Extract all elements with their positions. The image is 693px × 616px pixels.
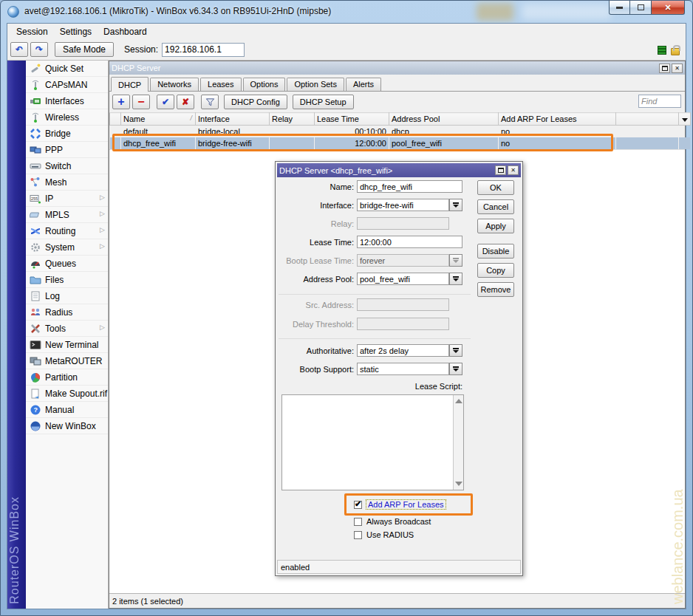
src-address-field[interactable] bbox=[357, 298, 449, 311]
enable-button[interactable]: ✔ bbox=[157, 95, 174, 109]
relay-field[interactable] bbox=[357, 217, 449, 230]
authoritative-field[interactable] bbox=[357, 344, 449, 357]
always-broadcast-checkbox-label[interactable]: Always Broadcast bbox=[366, 517, 431, 526]
session-input[interactable] bbox=[162, 43, 245, 57]
sidebar-item-interfaces[interactable]: Interfaces bbox=[26, 93, 108, 109]
copy-button[interactable]: Copy bbox=[477, 263, 514, 278]
column-header-lease-time[interactable]: Lease Time bbox=[315, 113, 389, 126]
address-pool-dropdown-button[interactable] bbox=[449, 273, 462, 285]
sidebar-item-new-winbox[interactable]: New WinBox bbox=[26, 418, 108, 434]
bootp-lease-time-dropdown-button[interactable] bbox=[449, 254, 462, 267]
sidebar-item-mesh[interactable]: Mesh bbox=[26, 174, 108, 191]
delay-threshold-field[interactable] bbox=[357, 318, 449, 330]
sidebar-item-tools[interactable]: Tools ▷ bbox=[26, 321, 108, 337]
use-radius-checkbox[interactable] bbox=[354, 531, 362, 539]
sidebar-item-make-supout[interactable]: Make Supout.rif bbox=[26, 386, 108, 402]
dhcp-close-button[interactable]: ✕ bbox=[672, 64, 683, 73]
dhcp-window-titlebar[interactable]: DHCP Server ✕ bbox=[109, 61, 685, 75]
minimize-button[interactable] bbox=[609, 1, 630, 15]
sidebar-item-system[interactable]: System ▷ bbox=[26, 239, 108, 256]
dhcp-restore-button[interactable] bbox=[659, 64, 670, 73]
bootp-lease-time-field[interactable] bbox=[357, 254, 449, 267]
use-radius-checkbox-row[interactable]: Use RADIUS bbox=[354, 530, 414, 540]
always-broadcast-checkbox-row[interactable]: Always Broadcast bbox=[354, 516, 431, 527]
bootp-support-field[interactable] bbox=[357, 363, 449, 375]
close-button[interactable]: ✕ bbox=[651, 1, 685, 15]
sidebar-item-ppp[interactable]: PPP bbox=[26, 142, 108, 158]
dhcp-config-button[interactable]: DHCP Config bbox=[224, 95, 287, 109]
bootp-support-dropdown-button[interactable] bbox=[449, 363, 462, 375]
table-row[interactable]: default bridge-local 00:10:00 dhcp no bbox=[110, 126, 691, 137]
maximize-button[interactable] bbox=[630, 1, 651, 15]
sidebar-item-bridge[interactable]: Bridge bbox=[26, 126, 108, 142]
ok-button[interactable]: OK bbox=[477, 180, 514, 195]
sidebar-item-manual[interactable]: ? Manual bbox=[26, 402, 108, 418]
selection-column-header[interactable] bbox=[110, 113, 121, 126]
add-button[interactable]: + bbox=[112, 95, 130, 109]
find-input[interactable] bbox=[638, 95, 681, 108]
sidebar-item-capsman[interactable]: CAPsMAN bbox=[26, 77, 108, 93]
column-header-name[interactable]: Name bbox=[121, 113, 196, 126]
cancel-button[interactable]: Cancel bbox=[477, 199, 514, 214]
sidebar-item-switch[interactable]: Switch bbox=[26, 158, 108, 174]
column-header-relay[interactable]: Relay bbox=[270, 113, 315, 126]
sidebar-item-metarouter[interactable]: MetaROUTER bbox=[26, 353, 108, 369]
interface-dropdown-button[interactable] bbox=[449, 199, 462, 211]
sidebar-item-mpls[interactable]: MPLS ▷ bbox=[26, 207, 108, 223]
column-header-add-arp[interactable]: Add ARP For Leases bbox=[499, 113, 616, 126]
submenu-arrow-icon: ▷ bbox=[100, 242, 105, 250]
remove-button[interactable]: Remove bbox=[477, 282, 514, 297]
always-broadcast-checkbox[interactable] bbox=[354, 518, 362, 526]
sidebar-item-new-terminal[interactable]: New Terminal bbox=[26, 337, 108, 353]
disable-button[interactable]: Disable bbox=[477, 244, 514, 259]
remove-button[interactable]: − bbox=[132, 95, 150, 109]
sidebar-item-label: Routing bbox=[45, 226, 75, 236]
redo-button[interactable]: ↷ bbox=[30, 42, 48, 57]
filter-button[interactable] bbox=[201, 95, 219, 109]
dialog-titlebar[interactable]: DHCP Server <dhcp_free_wifi> ✕ bbox=[277, 163, 521, 177]
sidebar-item-radius[interactable]: Radius bbox=[26, 304, 108, 321]
menu-dashboard[interactable]: Dashboard bbox=[98, 25, 153, 38]
undo-button[interactable]: ↶ bbox=[10, 42, 28, 57]
safe-mode-button[interactable]: Safe Mode bbox=[55, 42, 114, 57]
tab-networks[interactable]: Networks bbox=[150, 78, 199, 91]
sidebar-item-log[interactable]: Log bbox=[26, 288, 108, 304]
name-field[interactable] bbox=[357, 180, 462, 193]
column-header-interface[interactable]: Interface bbox=[196, 113, 270, 126]
table-row-selected[interactable]: dhcp_free_wifi bridge-free-wifi 12:00:00… bbox=[110, 137, 691, 149]
apply-button[interactable]: Apply bbox=[477, 219, 514, 233]
tab-alerts[interactable]: Alerts bbox=[346, 78, 381, 91]
sidebar-item-queues[interactable]: Queues bbox=[26, 256, 108, 272]
dialog-close-button[interactable]: ✕ bbox=[508, 165, 519, 175]
sidebar-item-wireless[interactable]: Wireless bbox=[26, 109, 108, 126]
window-titlebar[interactable]: avet@192.168.106.1 (MikroTik) - WinBox v… bbox=[1, 1, 692, 23]
sidebar-item-files[interactable]: Files bbox=[26, 272, 108, 288]
menu-session[interactable]: Session bbox=[10, 25, 54, 38]
disable-button[interactable]: ✘ bbox=[177, 95, 194, 109]
tab-dhcp[interactable]: DHCP bbox=[111, 77, 148, 92]
sidebar-item-quick-set[interactable]: Quick Set bbox=[26, 61, 108, 77]
dialog-restore-button[interactable] bbox=[495, 165, 506, 175]
column-chooser-button[interactable] bbox=[679, 113, 691, 126]
scrollbar[interactable] bbox=[453, 395, 463, 490]
sidebar-item-partition[interactable]: Partition bbox=[26, 369, 108, 386]
add-arp-checkbox-row[interactable]: Add ARP For Leases bbox=[354, 499, 446, 510]
use-radius-checkbox-label[interactable]: Use RADIUS bbox=[366, 530, 414, 539]
menu-settings[interactable]: Settings bbox=[54, 25, 98, 38]
sidebar-item-ip[interactable]: 255 IP ▷ bbox=[26, 191, 108, 207]
dhcp-setup-button[interactable]: DHCP Setup bbox=[293, 95, 354, 109]
address-pool-field[interactable] bbox=[357, 273, 449, 285]
tab-option-sets[interactable]: Option Sets bbox=[287, 78, 344, 91]
tab-leases[interactable]: Leases bbox=[200, 78, 241, 91]
lease-script-textarea[interactable] bbox=[281, 394, 464, 490]
winbox-app-icon bbox=[7, 6, 19, 18]
add-arp-checkbox[interactable] bbox=[354, 501, 362, 509]
interface-field[interactable] bbox=[357, 199, 449, 211]
sidebar-item-label: MetaROUTER bbox=[45, 356, 102, 366]
authoritative-dropdown-button[interactable] bbox=[449, 344, 462, 357]
tab-options[interactable]: Options bbox=[243, 78, 286, 91]
column-header-address-pool[interactable]: Address Pool bbox=[389, 113, 499, 126]
add-arp-checkbox-label[interactable]: Add ARP For Leases bbox=[366, 500, 446, 509]
sidebar-item-routing[interactable]: Routing ▷ bbox=[26, 223, 108, 239]
lease-time-field[interactable] bbox=[357, 236, 462, 248]
